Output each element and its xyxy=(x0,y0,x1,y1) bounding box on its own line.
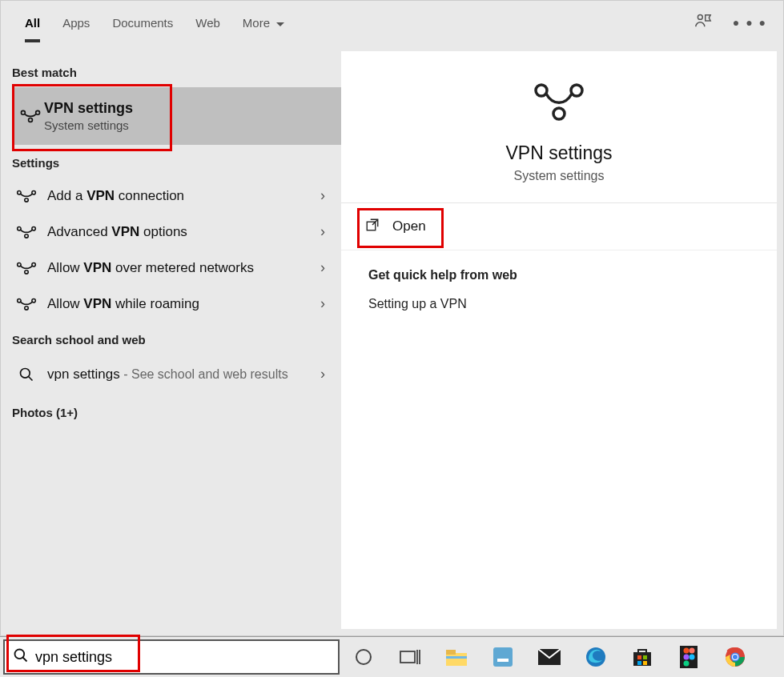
search-icon xyxy=(13,647,29,667)
tab-all[interactable]: All xyxy=(14,11,51,34)
settings-item-vpn-metered[interactable]: Allow VPN over metered networks › xyxy=(12,250,341,286)
section-photos[interactable]: Photos (1+) xyxy=(12,406,341,419)
best-match-subtitle: System settings xyxy=(44,118,133,132)
mail-icon[interactable] xyxy=(538,646,561,668)
windows-search-panel: All Apps Documents Web More ● ● ● Best m… xyxy=(0,0,784,636)
svg-point-13 xyxy=(18,298,21,302)
tab-documents[interactable]: Documents xyxy=(101,11,184,34)
search-tabs: All Apps Documents Web More ● ● ● xyxy=(1,1,783,45)
open-label: Open xyxy=(392,218,426,234)
details-title: VPN settings xyxy=(506,142,613,164)
svg-point-0 xyxy=(698,14,702,19)
chevron-right-icon: › xyxy=(320,223,325,240)
svg-point-6 xyxy=(25,198,28,201)
settings-item-label: Advanced VPN options xyxy=(47,224,187,240)
chevron-right-icon: › xyxy=(320,366,325,383)
section-best-match: Best match xyxy=(12,66,341,79)
tab-web[interactable]: Web xyxy=(184,11,231,34)
svg-point-15 xyxy=(25,306,28,309)
svg-point-5 xyxy=(32,190,35,194)
app-icon-blue[interactable] xyxy=(492,646,514,668)
store-icon[interactable] xyxy=(631,646,653,668)
svg-point-10 xyxy=(18,262,21,266)
open-icon xyxy=(365,218,380,235)
svg-point-14 xyxy=(32,298,35,302)
details-panel: VPN settings System settings Open Get qu… xyxy=(341,51,777,629)
taskbar-search-box[interactable] xyxy=(3,639,340,675)
chevron-right-icon: › xyxy=(320,187,325,204)
settings-item-advanced-vpn[interactable]: Advanced VPN options › xyxy=(12,214,341,250)
file-explorer-icon[interactable] xyxy=(445,646,468,668)
feedback-icon[interactable] xyxy=(694,12,712,33)
svg-point-38 xyxy=(690,647,695,653)
more-options-icon[interactable]: ● ● ● xyxy=(733,16,767,29)
web-result-item[interactable]: vpn settings - See school and web result… xyxy=(12,355,341,395)
vpn-icon xyxy=(17,109,44,123)
chevron-right-icon: › xyxy=(320,295,325,312)
edge-icon[interactable] xyxy=(585,646,607,668)
svg-rect-34 xyxy=(637,661,641,665)
settings-item-add-vpn[interactable]: Add a VPN connection › xyxy=(12,178,341,214)
svg-point-19 xyxy=(553,108,565,119)
svg-point-3 xyxy=(29,118,33,122)
settings-item-label: Add a VPN connection xyxy=(47,188,184,204)
section-settings: Settings xyxy=(12,156,341,170)
svg-point-11 xyxy=(32,262,35,266)
details-subtitle: System settings xyxy=(514,169,605,183)
best-match-title: VPN settings xyxy=(44,100,133,117)
svg-point-22 xyxy=(356,650,371,664)
vpn-icon xyxy=(15,225,38,239)
svg-rect-27 xyxy=(493,647,513,667)
svg-rect-33 xyxy=(643,655,647,659)
settings-item-label: Allow VPN over metered networks xyxy=(47,260,254,276)
svg-rect-26 xyxy=(446,656,467,659)
svg-point-7 xyxy=(18,226,21,230)
svg-rect-31 xyxy=(633,652,651,666)
settings-item-label: Allow VPN while roaming xyxy=(47,296,199,312)
best-match-result[interactable]: VPN settings System settings xyxy=(12,87,341,145)
search-input[interactable] xyxy=(35,649,330,666)
svg-point-41 xyxy=(684,660,690,666)
chevron-right-icon: › xyxy=(320,259,325,276)
svg-point-8 xyxy=(32,226,35,230)
section-search-web: Search school and web xyxy=(12,333,341,347)
svg-rect-25 xyxy=(446,650,456,655)
svg-point-16 xyxy=(21,368,30,378)
svg-point-12 xyxy=(25,270,28,273)
vpn-icon xyxy=(15,261,38,275)
vpn-icon xyxy=(15,297,38,311)
vpn-icon-large xyxy=(530,82,588,125)
svg-point-40 xyxy=(690,654,695,659)
help-section-title: Get quick help from web xyxy=(368,268,750,282)
svg-point-37 xyxy=(684,647,690,653)
tab-more[interactable]: More xyxy=(231,11,296,34)
svg-rect-32 xyxy=(637,655,641,659)
figma-icon[interactable] xyxy=(677,646,700,668)
help-link-setup-vpn[interactable]: Setting up a VPN xyxy=(368,297,750,311)
results-column: Best match VPN settings System settings xyxy=(1,45,341,635)
chrome-icon[interactable] xyxy=(724,646,746,668)
vpn-icon xyxy=(15,189,38,203)
svg-rect-35 xyxy=(643,661,647,665)
svg-rect-28 xyxy=(497,659,509,662)
cortana-icon[interactable] xyxy=(352,646,375,668)
svg-point-45 xyxy=(733,655,738,659)
svg-point-4 xyxy=(18,190,21,194)
chevron-down-icon xyxy=(276,16,284,30)
svg-rect-23 xyxy=(400,651,415,663)
settings-item-vpn-roaming[interactable]: Allow VPN while roaming › xyxy=(12,286,341,322)
tab-apps[interactable]: Apps xyxy=(51,11,101,34)
svg-point-21 xyxy=(15,650,25,659)
taskbar xyxy=(0,636,784,677)
task-view-icon[interactable] xyxy=(399,646,421,668)
open-button[interactable]: Open xyxy=(341,203,777,250)
web-result-label: vpn settings - See school and web result… xyxy=(47,364,288,385)
svg-point-9 xyxy=(25,234,28,237)
svg-rect-24 xyxy=(446,653,467,666)
search-icon xyxy=(15,367,38,383)
svg-point-39 xyxy=(684,654,690,659)
tab-more-label: More xyxy=(243,16,270,30)
